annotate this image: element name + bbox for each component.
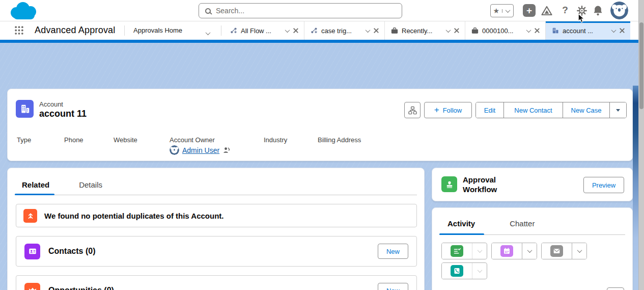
help-button[interactable]: ? [560,4,570,17]
new-task-icon [451,245,463,257]
approval-icon [441,176,457,192]
email-button[interactable] [542,243,572,259]
activity-composer-row-2 [441,262,487,279]
tab-label: 0000100... [482,27,523,35]
favorites-star-icon: ★ [493,7,499,14]
nav-divider [221,25,221,36]
field-label-account-owner: Account Owner [170,136,264,144]
page-canvas: Account account 11 + Follow Edit N [0,43,644,290]
new-case-button[interactable]: New Case [563,102,609,118]
change-owner-icon[interactable] [222,146,230,154]
tab-details[interactable]: Details [79,180,102,189]
tab-close-icon[interactable] [293,28,299,34]
brand-accent-bar [0,40,644,43]
app-nav-bar: Advanced Approval Approvals Home All Flo… [0,21,644,40]
case-icon [391,27,398,34]
tab-divider [15,195,417,195]
nav-home-dropdown[interactable] [206,28,210,37]
new-event-button[interactable] [492,243,522,259]
tab-close-icon[interactable] [454,28,460,34]
tab-dropdown-icon[interactable] [366,28,371,33]
activity-filter-settings-button[interactable] [607,287,624,290]
quick-add-button[interactable]: + [523,4,536,17]
tab-recently-viewed[interactable]: Recently... [385,21,465,40]
account-icon [552,27,559,34]
notifications-button[interactable] [592,5,604,16]
new-task-button[interactable] [442,243,472,259]
new-task-dropdown[interactable] [472,243,487,259]
setup-button[interactable] [576,5,587,16]
global-search-input[interactable]: Search... [199,3,402,18]
tab-dropdown-icon[interactable] [285,28,290,33]
nav-home-tab[interactable]: Approvals Home [133,27,182,34]
log-call-icon [451,265,463,277]
tab-activity[interactable]: Activity [447,219,475,228]
tab-dropdown-icon[interactable] [611,28,617,33]
activity-card: Activity Chatter [432,207,633,290]
edit-button[interactable]: Edit [476,102,503,118]
new-event-dropdown[interactable] [522,243,537,259]
tab-close-icon[interactable] [619,28,625,34]
field-label-website: Website [114,136,170,144]
tab-account-record[interactable]: account ... [546,21,630,40]
favorites-star-button[interactable]: ★ [491,7,502,14]
approval-workflow-title: Approval Workflow [463,175,511,194]
account-record-icon [16,100,34,118]
approval-workflow-card: Approval Workflow Preview [432,168,633,201]
favorites-dropdown-button[interactable] [502,9,514,13]
log-call-dropdown[interactable] [472,263,487,279]
chevron-down-icon [206,30,211,35]
tab-case-record[interactable]: 0000100... [465,21,546,40]
tab-chatter[interactable]: Chatter [510,219,535,228]
related-list-opportunities: Opportunities (0) New [16,275,417,290]
new-contact-related-button[interactable]: New [378,244,408,259]
tab-dropdown-icon[interactable] [526,28,531,33]
app-name: Advanced Approval [35,25,116,36]
field-label-type: Type [17,136,64,144]
new-event-icon [500,245,513,257]
email-icon [550,245,563,257]
email-dropdown[interactable] [572,243,586,259]
tab-close-icon[interactable] [534,28,540,34]
record-highlights-card: Account account 11 + Follow Edit N [7,89,633,161]
scrollbar-thumb[interactable] [639,22,643,109]
opportunities-icon [24,283,40,290]
tab-case-trigger[interactable]: case trig... [304,21,385,40]
duplicate-icon [23,209,37,223]
tab-dropdown-icon[interactable] [446,28,451,33]
log-call-button[interactable] [442,263,472,279]
related-list-title[interactable]: Contacts (0) [48,247,370,256]
more-actions-dropdown[interactable] [609,102,626,118]
flow-icon [311,27,318,34]
chevron-down-icon [505,8,510,13]
new-contact-button[interactable]: New Contact [503,102,563,118]
related-list-title[interactable]: Opportunities (0) [48,286,370,290]
view-hierarchy-button[interactable] [404,102,421,118]
case-icon [471,27,479,34]
tab-label: Recently... [402,27,443,35]
record-tabs: Related Details [22,180,102,189]
related-list-contacts: Contacts (0) New [16,236,417,267]
tab-related[interactable]: Related [22,180,49,189]
new-opportunity-related-button[interactable]: New [378,283,408,290]
highlight-fields: Type Phone Website Account Owner Industr… [17,136,361,144]
owner-link[interactable]: Admin User [182,146,219,154]
new-event-group [491,243,537,259]
tab-close-icon[interactable] [373,28,379,34]
active-tab-underline [15,194,54,195]
chevron-down-icon [477,268,482,273]
tab-label: account ... [563,27,608,35]
entity-label: Account [39,100,63,108]
preview-button[interactable]: Preview [583,177,624,193]
user-avatar[interactable] [610,2,628,19]
tab-all-flow[interactable]: All Flow ... [224,21,304,40]
vertical-scrollbar[interactable] [638,0,644,290]
field-label-billing-address: Billing Address [318,136,361,144]
app-launcher-button[interactable] [14,25,24,37]
follow-button[interactable]: + Follow [424,102,472,118]
guidance-center-button[interactable] [541,5,552,16]
search-placeholder: Search... [216,7,244,15]
duplicates-notice: We found no potential duplicates of this… [16,204,417,227]
chevron-down-icon [577,248,582,253]
global-header: Search... ★ + ? [0,0,644,21]
